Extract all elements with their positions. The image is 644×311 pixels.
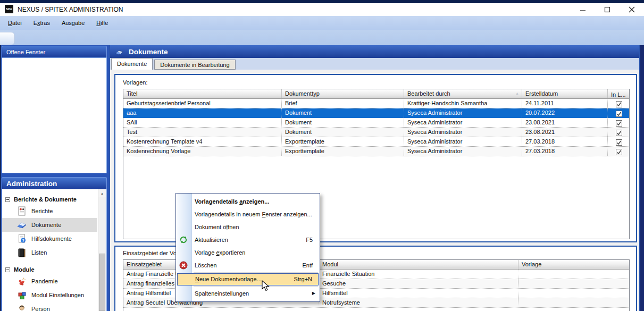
checkbox-checked[interactable] <box>616 101 622 107</box>
column-header-modul[interactable]: Modul <box>319 260 518 269</box>
svg-text:?: ? <box>22 238 24 243</box>
menu-item-datei[interactable]: Datei <box>2 18 28 28</box>
table-row[interactable]: SAli Dokument Syseca Administrator 23.08… <box>123 118 629 128</box>
delete-icon <box>179 261 188 270</box>
checkbox-checked[interactable] <box>616 130 622 136</box>
menu-item-vorlagendetails-neues-fenster[interactable]: Vorlagendetails in neuem Fenster anzeige… <box>176 208 320 221</box>
column-header-bearbeitet-durch[interactable]: Bearbeitet durch ▲ <box>404 89 522 98</box>
person-icon <box>16 304 27 311</box>
close-button[interactable] <box>620 3 644 16</box>
checkbox-checked[interactable] <box>616 111 622 117</box>
close-icon <box>629 6 635 13</box>
tree-item-listen[interactable]: Listen <box>2 246 97 259</box>
menu-item-vorlage-exportieren[interactable]: Vorlage exportieren <box>176 246 320 259</box>
report-icon <box>16 206 27 216</box>
menu-item-neue-dokumentvorlage[interactable]: Neue Dokumentvorlage... Strg+N <box>177 273 319 285</box>
scroll-up-icon: ▲ <box>101 192 104 195</box>
maximize-icon <box>604 6 610 13</box>
shortcut-label: Entf <box>302 259 313 272</box>
module-settings-icon <box>16 290 27 300</box>
menu-item-aktualisieren[interactable]: Aktualisieren F5 <box>176 233 320 246</box>
menu-item-extras[interactable]: Extras <box>28 18 56 28</box>
tree-item-pandemie[interactable]: Pandemie <box>2 274 97 288</box>
shortcut-label: F5 <box>306 233 313 246</box>
workspace: Offene Fenster Administration Berichte &… <box>0 45 644 311</box>
menu-item-vorlagendetails-anzeigen[interactable]: Vorlagendetails anzeigen... <box>176 195 320 208</box>
menu-item-hilfe[interactable]: Hilfe <box>90 18 114 28</box>
refresh-icon <box>179 236 188 244</box>
tree-section-berichte-dokumente[interactable]: Berichte & Dokumente <box>2 195 106 204</box>
tree-section-module[interactable]: Module <box>2 265 106 274</box>
checkbox-checked[interactable] <box>616 149 622 155</box>
templates-group-label: Vorlagen: <box>123 79 147 86</box>
shortcut-label: Strg+N <box>294 274 312 285</box>
help-document-icon: ? <box>16 233 27 244</box>
column-header-vorlage[interactable]: Vorlage <box>518 260 629 269</box>
tree-collapse-icon[interactable] <box>5 267 10 272</box>
minimize-icon <box>580 6 586 13</box>
submenu-arrow-icon: ▶ <box>312 287 315 300</box>
tab-dokumente[interactable]: Dokumente <box>111 58 153 70</box>
open-windows-header: Offene Fenster <box>2 46 107 57</box>
table-row[interactable]: Kostenrechnung Template v4 Exporttemplat… <box>123 137 629 147</box>
table-row[interactable]: Kostenrechnung Vorlage Exporttemplate Sy… <box>123 147 629 156</box>
sort-asc-icon: ▲ <box>515 91 519 95</box>
toolbar-chip[interactable] <box>0 32 15 45</box>
scroll-up-button[interactable]: ▲ <box>98 189 106 197</box>
table-row-selected[interactable]: aaa Dokument Syseca Administrator 20.07.… <box>123 108 629 118</box>
menu-item-loeschen[interactable]: Löschen Entf <box>176 259 320 272</box>
open-windows-list[interactable] <box>2 57 107 173</box>
page-title: Dokumente <box>129 48 168 56</box>
main-header: Dokumente <box>110 45 639 58</box>
tree-item-hilfsdokumente[interactable]: ? Hilfsdokumente <box>2 232 97 246</box>
window-title: NEXUS / SPITEX ADMINISTRATION <box>18 6 123 13</box>
tree-item-modul-einstellungen[interactable]: Modul Einstellungen <box>2 288 97 302</box>
open-windows-panel: Offene Fenster <box>2 46 107 173</box>
usage-group-label: Einsatzgebiet der Vo <box>123 250 177 256</box>
lists-icon <box>16 247 27 258</box>
app-window: SPA NEXUS / SPITEX ADMINISTRATION Datei … <box>0 0 644 311</box>
table-row[interactable]: Geburtstagsserienbrief Personal Brief Kr… <box>123 99 629 108</box>
checkbox-checked[interactable] <box>616 120 622 127</box>
tree-item-person[interactable]: Person <box>2 302 97 311</box>
column-header-erstelldatum[interactable]: Erstelldatum <box>522 89 608 98</box>
tree-item-dokumente[interactable]: Dokumente <box>2 218 97 232</box>
checkbox-checked[interactable] <box>616 139 622 146</box>
menu-item-ausgabe[interactable]: Ausgabe <box>56 18 90 28</box>
column-header-in-liste[interactable]: In L... <box>608 89 629 98</box>
menu-item-dokument-oeffnen[interactable]: Dokument öffnen <box>176 221 320 233</box>
tab-strip: Dokumente Dokumente in Bearbeitung <box>110 58 639 70</box>
maximize-button[interactable] <box>595 3 620 16</box>
pandemic-icon <box>16 276 27 287</box>
toolbar <box>0 30 644 45</box>
admin-tree: Berichte & Dokumente Berichte <box>2 189 107 311</box>
documents-icon <box>16 220 27 230</box>
administration-panel: Administration Berichte & Dokumente Beri… <box>2 177 107 311</box>
window-right-border <box>640 45 644 311</box>
mouse-cursor <box>262 280 270 292</box>
column-header-titel[interactable]: Titel <box>123 89 282 98</box>
administration-header: Administration <box>2 177 107 189</box>
column-header-dokumenttyp[interactable]: Dokumenttyp <box>282 89 404 98</box>
minimize-button[interactable] <box>571 3 595 16</box>
scroll-thumb[interactable] <box>99 254 105 311</box>
templates-table-header: Titel Dokumenttyp Bearbeitet durch ▲ Ers… <box>123 89 629 99</box>
context-menu: Vorlagendetails anzeigen... Vorlagendeta… <box>175 193 320 302</box>
titlebar: SPA NEXUS / SPITEX ADMINISTRATION <box>0 3 644 16</box>
app-icon: SPA <box>5 5 13 13</box>
tree-item-berichte[interactable]: Berichte <box>2 204 97 218</box>
menubar: Datei Extras Ausgabe Hilfe <box>0 16 644 30</box>
tree-collapse-icon[interactable] <box>5 197 10 202</box>
book-icon <box>115 48 124 56</box>
menu-item-spalteneinstellungen[interactable]: Spalteneinstellungen ▶ <box>176 287 320 300</box>
table-row[interactable]: Test Dokument Syseca Administrator 23.08… <box>123 128 629 137</box>
tree-scrollbar[interactable]: ▲ <box>98 189 106 311</box>
tab-dokumente-in-bearbeitung[interactable]: Dokumente in Bearbeitung <box>154 60 235 70</box>
